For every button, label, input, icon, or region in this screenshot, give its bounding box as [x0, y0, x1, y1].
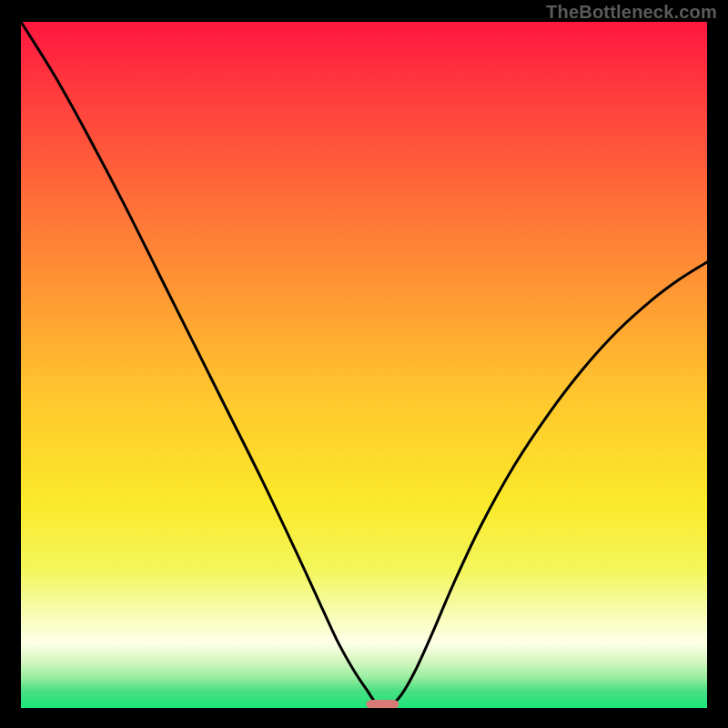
chart-container: TheBottleneck.com: [0, 0, 728, 728]
bottleneck-chart-canvas: [0, 0, 728, 728]
watermark-text: TheBottleneck.com: [546, 2, 717, 23]
